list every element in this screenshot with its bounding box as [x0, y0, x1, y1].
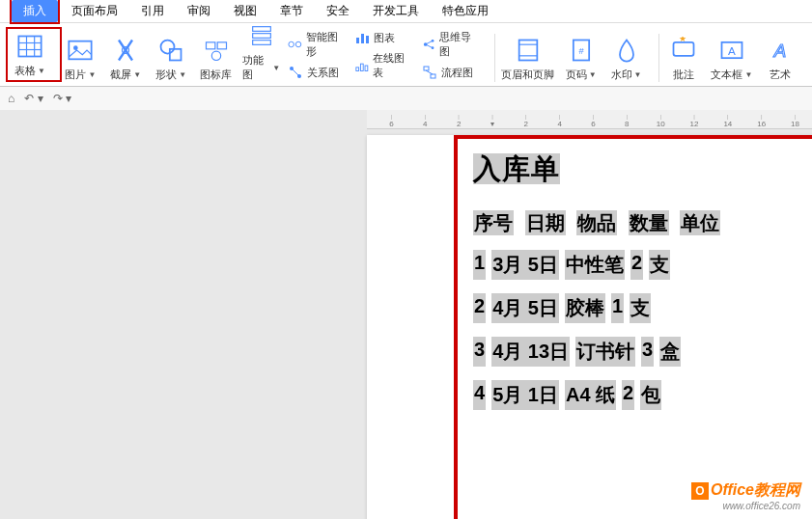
chart-icon [354, 30, 370, 45]
ruler-mark: 4 [408, 114, 442, 128]
header-date: 日期 [525, 210, 566, 235]
menu-tab-security[interactable]: 安全 [315, 0, 361, 22]
iconlib-button[interactable]: 图标库 [198, 35, 236, 82]
table-button[interactable]: 表格▼ [10, 31, 50, 78]
flowchart-label: 流程图 [441, 66, 473, 80]
headerfooter-button[interactable]: 页眉和页脚 [501, 35, 555, 82]
iconlib-label: 图标库 [200, 68, 232, 82]
ruler-mark: ▾ [476, 114, 510, 128]
comment-button[interactable]: ★ 批注 [665, 35, 703, 82]
cell-unit: 支 [649, 250, 670, 280]
menu-tab-insert[interactable]: 插入 [12, 0, 58, 22]
menu-tab-view[interactable]: 视图 [222, 0, 268, 22]
table-row[interactable]: 4 5月 1日 A4 纸 2 包 [473, 380, 798, 410]
svg-text:A: A [772, 41, 785, 61]
undo-button[interactable]: ↶ ▾ [24, 92, 42, 105]
table-header-row[interactable]: 序号 日期 物品 数量 单位 [473, 210, 798, 236]
wordart-label: 艺术 [770, 68, 791, 82]
header-unit: 单位 [680, 210, 720, 235]
cell-unit: 支 [630, 293, 651, 323]
flowchart-button[interactable]: 流程图 [422, 65, 479, 80]
iconlib-icon [201, 35, 232, 66]
cell-date: 3月 5日 [491, 250, 559, 280]
svg-line-20 [292, 68, 299, 76]
menu-tab-reference[interactable]: 引用 [129, 0, 176, 22]
cell-no: 2 [473, 293, 486, 323]
mindmap-button[interactable]: 思维导图 [422, 30, 479, 59]
table-row[interactable]: 1 3月 5日 中性笔 2 支 [473, 250, 798, 280]
svg-rect-21 [356, 38, 359, 43]
chevron-down-icon: ▼ [589, 70, 597, 79]
screenshot-button[interactable]: 截屏▼ [107, 35, 145, 82]
watermark-label: 水印 [611, 68, 632, 82]
watermark-button[interactable]: 水印▼ [607, 35, 645, 82]
funcchart-button[interactable]: 功能图▼ [242, 20, 280, 82]
selection-highlight-box: 入库单 序号 日期 物品 数量 单位 1 3月 5日 中性笔 2 支 2 4月 … [454, 135, 812, 519]
menu-bar: 插入 页面布局 引用 审阅 视图 章节 安全 开发工具 特色应用 [0, 0, 812, 23]
mindmap-icon [422, 37, 436, 52]
textbox-button[interactable]: A 文本框▼ [711, 35, 753, 82]
doc-title[interactable]: 入库单 [473, 153, 560, 184]
pagenumber-button[interactable]: # 页码▼ [562, 35, 600, 82]
screenshot-label: 截屏 [110, 68, 131, 82]
chevron-down-icon: ▼ [38, 67, 45, 75]
svg-rect-24 [356, 68, 359, 71]
menu-tab-page-layout[interactable]: 页面布局 [60, 0, 129, 22]
document-page[interactable]: 入库单 序号 日期 物品 数量 单位 1 3月 5日 中性笔 2 支 2 4月 … [367, 135, 812, 519]
relation-button[interactable]: 关系图 [288, 65, 345, 80]
menu-tab-review[interactable]: 审阅 [176, 0, 222, 22]
ruler-mark: 10 [644, 114, 678, 128]
cell-qty: 1 [611, 293, 624, 323]
relation-label: 关系图 [307, 66, 339, 80]
horizontal-ruler[interactable]: 6 4 2 ▾ 2 4 6 8 10 12 14 16 18 [367, 110, 812, 129]
header-seq: 序号 [473, 210, 514, 235]
cell-no: 1 [473, 250, 486, 280]
cell-item: 中性笔 [565, 250, 625, 280]
wordart-button[interactable]: A 艺术 [761, 35, 798, 82]
cell-date: 4月 13日 [491, 337, 570, 367]
smartart-button[interactable]: 智能图形 [288, 30, 345, 59]
cell-item: 胶棒 [565, 293, 605, 323]
shape-label: 形状 [155, 68, 177, 82]
svg-rect-5 [70, 41, 92, 60]
funcchart-icon [246, 20, 277, 51]
comment-icon: ★ [668, 35, 699, 66]
menu-tab-section[interactable]: 章节 [268, 0, 315, 22]
table-label: 表格 [14, 64, 36, 78]
table-row[interactable]: 3 4月 13日 订书针 3 盒 [473, 337, 798, 367]
svg-rect-40 [674, 42, 694, 56]
svg-line-31 [425, 44, 432, 48]
svg-point-8 [161, 41, 175, 54]
ruler-mark: 12 [678, 114, 712, 128]
ruler-mark: 14 [711, 114, 744, 128]
chevron-down-icon: ▼ [744, 70, 752, 79]
home-icon[interactable]: ⌂ [8, 92, 14, 105]
active-tab-highlight: 插入 [10, 0, 60, 24]
svg-text:A: A [728, 44, 736, 57]
onlinechart-button[interactable]: 在线图表 [354, 51, 411, 80]
svg-rect-22 [361, 34, 364, 43]
svg-rect-35 [518, 41, 537, 61]
screenshot-icon [110, 35, 141, 66]
cell-no: 4 [473, 380, 486, 410]
svg-rect-15 [252, 41, 270, 45]
picture-button[interactable]: 图片▼ [62, 35, 99, 82]
svg-rect-32 [424, 67, 429, 70]
menu-tab-devtools[interactable]: 开发工具 [361, 0, 431, 22]
cell-unit: 盒 [659, 337, 681, 367]
cell-qty: 3 [641, 337, 654, 367]
svg-rect-23 [366, 36, 369, 43]
svg-rect-25 [361, 64, 364, 70]
ruler-mark: 8 [610, 114, 644, 128]
redo-button[interactable]: ↷ ▾ [53, 92, 71, 105]
headerfooter-icon [513, 35, 544, 66]
chart-button[interactable]: 图表 [354, 30, 411, 45]
table-row[interactable]: 2 4月 5日 胶棒 1 支 [473, 293, 798, 323]
header-qty: 数量 [629, 210, 669, 235]
shape-button[interactable]: 形状▼ [153, 35, 190, 82]
ribbon-toolbar: 表格▼ 图片▼ 截屏▼ 形状▼ 图标库 功能图▼ 智能图形 [0, 23, 812, 87]
watermark-url: www.office26.com [691, 501, 800, 511]
svg-line-34 [426, 70, 433, 74]
document-area: 6 4 2 ▾ 2 4 6 8 10 12 14 16 18 📄 入库单 序号 … [0, 110, 812, 519]
menu-tab-special[interactable]: 特色应用 [431, 0, 500, 22]
